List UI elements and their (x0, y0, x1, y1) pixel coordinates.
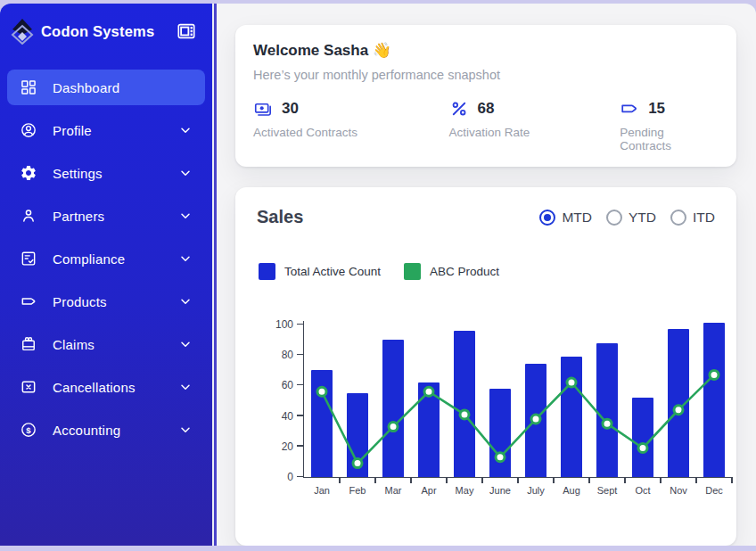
svg-text:$: $ (26, 425, 31, 435)
sidebar-item-partners[interactable]: Partners (7, 198, 205, 234)
y-axis-label: 60 (267, 379, 293, 391)
x-axis-tick (731, 477, 733, 483)
stat-activated-contracts: 30 Activated Contracts (253, 99, 449, 152)
radio-mtd[interactable]: MTD (539, 210, 592, 226)
y-axis-tick (297, 354, 304, 356)
main-content: Welcome Sasha 👋 Here’s your monthly perf… (217, 4, 756, 546)
gear-icon (20, 164, 37, 182)
sidebar: Codon Systems (0, 4, 212, 546)
stat-value: 30 (282, 100, 299, 118)
y-axis-tick (297, 415, 304, 416)
sidebar-item-products[interactable]: Products (7, 284, 205, 319)
tag-icon (20, 292, 37, 310)
sidebar-item-dashboard[interactable]: Dashboard (7, 70, 205, 105)
x-axis-label: June (482, 485, 518, 496)
box-x-icon (20, 378, 37, 396)
sidebar-item-label: Accounting (53, 423, 178, 438)
chevron-down-icon (178, 123, 193, 137)
radio-label: YTD (629, 210, 656, 226)
stat-label: Activation Rate (449, 126, 620, 139)
x-axis-tick (481, 477, 483, 483)
x-axis-label: Dec (696, 485, 732, 496)
line-marker (496, 453, 505, 462)
chevron-down-icon (178, 251, 193, 266)
person-icon (20, 207, 37, 225)
percent-icon (449, 99, 469, 119)
x-axis-label: July (518, 485, 554, 496)
line-marker (389, 423, 398, 432)
sidebar-item-cancellations[interactable]: Cancellations (7, 369, 205, 405)
legend-swatch-blue (259, 263, 275, 280)
stats-row: 30 Activated Contracts 68 (253, 99, 719, 152)
chevron-down-icon (178, 294, 193, 308)
radio-itd[interactable]: ITD (670, 210, 715, 226)
x-axis-tick (695, 477, 697, 483)
stat-pending-contracts: 15 Pending Contracts (620, 99, 719, 152)
banknote-icon (253, 99, 273, 119)
welcome-title: Welcome Sasha 👋 (253, 41, 719, 60)
welcome-subtitle: Here’s your monthly performance snapshot (253, 68, 719, 82)
sidebar-item-profile[interactable]: Profile (7, 112, 205, 148)
y-axis-tick (297, 476, 304, 478)
line-marker (710, 370, 719, 379)
legend-label: ABC Product (430, 265, 499, 278)
tag-icon (620, 99, 639, 119)
sidebar-item-settings[interactable]: Settings (7, 155, 205, 191)
stat-value: 15 (648, 100, 665, 118)
x-axis-tick (446, 477, 448, 483)
sidebar-main-divider (212, 4, 217, 546)
x-axis-tick (410, 477, 412, 483)
line-marker (460, 410, 469, 419)
x-axis-tick (553, 477, 555, 483)
sidebar-item-label: Dashboard (53, 80, 193, 95)
y-axis-tick (297, 384, 304, 386)
chevron-down-icon (178, 337, 193, 351)
y-axis-label: 0 (267, 471, 293, 483)
chart-legend: Total Active Count ABC Product (259, 263, 715, 280)
sidebar-item-label: Profile (53, 123, 178, 138)
dollar-circle-icon: $ (20, 421, 37, 439)
brand-title: Codon Systems (41, 23, 173, 40)
stat-activation-rate: 68 Activation Rate (449, 99, 620, 152)
dashboard-grid-icon (20, 78, 37, 96)
line-marker (353, 459, 362, 468)
sidebar-item-claims[interactable]: Claims (7, 326, 205, 362)
radio-circle-icon (539, 210, 555, 226)
line-marker (674, 406, 683, 415)
radio-circle-icon (670, 210, 686, 226)
legend-item-total-active-count: Total Active Count (259, 263, 381, 280)
y-axis-tick (297, 445, 304, 447)
sidebar-item-label: Products (53, 294, 178, 309)
x-axis-label: Oct (625, 485, 661, 496)
x-axis-label: Aug (554, 485, 589, 496)
sidebar-item-accounting[interactable]: $ Accounting (7, 412, 205, 448)
x-axis-label: Sept (589, 485, 625, 496)
x-axis-label: Mar (375, 485, 411, 496)
line-marker (638, 444, 647, 453)
sales-title: Sales (257, 207, 539, 227)
sidebar-nav: Dashboard Profile (0, 70, 212, 448)
line-series (304, 320, 732, 477)
panel-collapse-icon (176, 21, 197, 41)
x-axis-tick (374, 477, 376, 483)
chevron-down-icon (178, 209, 193, 223)
y-axis-label: 20 (267, 440, 293, 453)
sidebar-item-label: Compliance (53, 251, 178, 267)
sales-header: Sales MTD YTD ITD (257, 207, 715, 227)
stat-value: 68 (478, 100, 495, 118)
radio-ytd[interactable]: YTD (606, 210, 656, 226)
x-axis-tick (517, 477, 519, 483)
app-window: Codon Systems (0, 4, 756, 546)
line-marker (531, 415, 540, 424)
x-axis-label: Jan (304, 485, 340, 496)
sidebar-header: Codon Systems (0, 4, 212, 57)
y-axis-label: 100 (267, 318, 293, 331)
legend-swatch-green (404, 263, 421, 280)
y-axis-tick (297, 324, 304, 325)
x-axis-label: Nov (661, 485, 696, 496)
x-axis-label: Apr (411, 485, 447, 496)
sidebar-item-label: Settings (53, 166, 178, 181)
sidebar-item-compliance[interactable]: Compliance (7, 241, 205, 276)
line-marker (317, 387, 326, 396)
sidebar-collapse-button[interactable] (173, 20, 200, 43)
